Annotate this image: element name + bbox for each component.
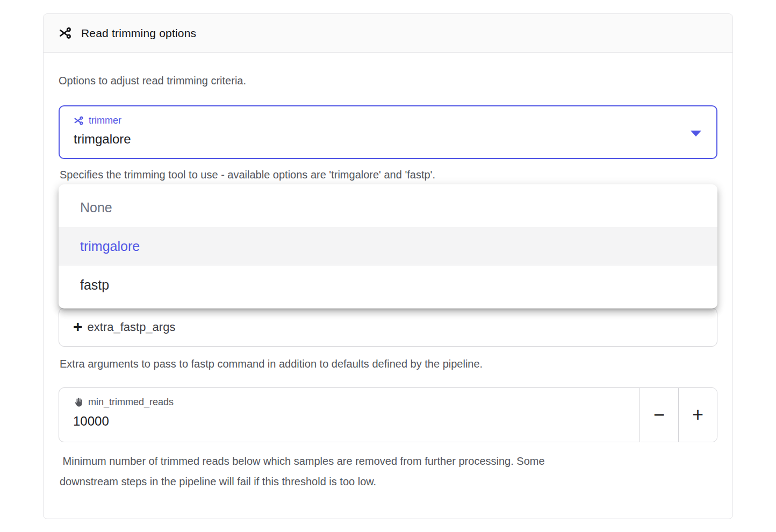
min-trimmed-reads-help-text: Minimum number of trimmed reads below wh… xyxy=(60,451,717,492)
read-trimming-options-card: Read trimming options Options to adjust … xyxy=(43,13,733,519)
page-title: Read trimming options xyxy=(81,27,196,40)
decrement-button[interactable]: − xyxy=(640,388,678,442)
scissors-icon xyxy=(74,116,84,126)
chevron-down-icon[interactable] xyxy=(691,131,701,136)
hand-icon xyxy=(73,397,83,407)
extra-fastp-args-label-text: extra_fastp_args xyxy=(88,320,176,334)
option-label: fastp xyxy=(80,277,109,293)
dropdown-option-trimgalore[interactable]: trimgalore xyxy=(59,227,717,265)
trimmer-help-text: Specifies the trimming tool to use - ava… xyxy=(60,168,717,181)
dropdown-option-none[interactable]: None xyxy=(59,188,717,227)
option-label: None xyxy=(80,200,112,215)
card-body: Options to adjust read trimming criteria… xyxy=(44,53,732,492)
card-header: Read trimming options xyxy=(44,14,732,53)
scissors-icon xyxy=(59,26,72,40)
trimmer-label-text: trimmer xyxy=(89,114,121,126)
extra-fastp-args-help-text: Extra arguments to pass to fastp command… xyxy=(60,357,717,370)
min-trimmed-reads-group: min_trimmed_reads 10000 − + xyxy=(59,387,717,442)
min-trimmed-reads-label: min_trimmed_reads xyxy=(73,396,626,408)
trimmer-label: trimmer xyxy=(74,114,702,126)
extra-fastp-args-label: + extra_fastp_args xyxy=(73,320,175,335)
min-trimmed-reads-input[interactable]: min_trimmed_reads 10000 xyxy=(59,388,640,442)
trimmer-select[interactable]: trimmer trimgalore xyxy=(59,105,717,159)
group-description: Options to adjust read trimming criteria… xyxy=(59,74,717,87)
overlap-region: None trimgalore fastp + extra_fastp_args xyxy=(59,184,717,347)
extra-fastp-args-input[interactable]: + extra_fastp_args xyxy=(59,308,717,347)
option-label: trimgalore xyxy=(80,239,140,254)
increment-button[interactable]: + xyxy=(678,388,717,442)
plus-icon: + xyxy=(73,319,83,335)
min-trimmed-reads-value: 10000 xyxy=(73,413,626,429)
trimmer-selected-value: trimgalore xyxy=(74,131,702,147)
dropdown-option-fastp[interactable]: fastp xyxy=(59,265,717,304)
trimmer-dropdown-menu: None trimgalore fastp xyxy=(59,184,717,308)
min-trimmed-reads-label-text: min_trimmed_reads xyxy=(88,396,174,408)
